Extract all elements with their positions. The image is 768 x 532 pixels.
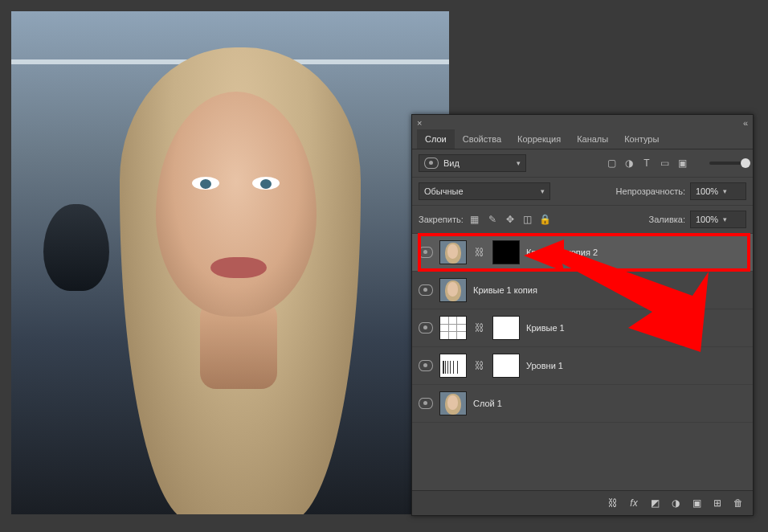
lock-all-icon[interactable]: 🔒 bbox=[539, 213, 552, 226]
opacity-input[interactable]: 100% ▾ bbox=[690, 182, 746, 200]
blend-opacity-row: Обычные ▾ Непрозрачность: 100% ▾ bbox=[412, 178, 753, 206]
layer-name-label[interactable]: Кривые 1 bbox=[526, 323, 565, 333]
delete-layer-icon[interactable]: 🗑 bbox=[732, 497, 745, 509]
opacity-label: Непрозрачность: bbox=[616, 186, 685, 196]
layer-row[interactable]: ⛓Кривые 1 копия 2 bbox=[412, 234, 753, 272]
filter-adjust-icon[interactable]: ◑ bbox=[623, 157, 635, 170]
layer-filter-row: Вид ▾ ▢ ◑ T ▭ ▣ bbox=[412, 149, 753, 178]
fx-icon[interactable]: fx bbox=[627, 497, 640, 509]
layer-row[interactable]: Кривые 1 копия bbox=[412, 272, 753, 309]
lock-fill-row: Закрепить: ▦ ✎ ✥ ◫ 🔒 Заливка: 100% ▾ bbox=[412, 206, 753, 234]
panel-menu-icon[interactable]: « bbox=[743, 118, 748, 128]
document-image bbox=[11, 11, 449, 514]
opacity-value: 100% bbox=[696, 186, 718, 196]
visibility-eye-icon[interactable] bbox=[419, 398, 433, 409]
chevron-down-icon: ▾ bbox=[541, 187, 545, 195]
fill-value: 100% bbox=[696, 215, 718, 224]
tab-paths[interactable]: Контуры bbox=[616, 129, 667, 149]
eye-icon bbox=[424, 158, 439, 169]
group-icon[interactable]: ▣ bbox=[690, 497, 703, 509]
panel-tabs: Слои Свойства Коррекция Каналы Контуры bbox=[412, 129, 753, 149]
crop-lock-icon[interactable]: ◫ bbox=[521, 213, 534, 226]
visibility-eye-icon[interactable] bbox=[419, 322, 433, 334]
layer-name-label[interactable]: Кривые 1 копия bbox=[473, 285, 537, 295]
layer-filter-dropdown[interactable]: Вид ▾ bbox=[419, 154, 526, 172]
tab-layers[interactable]: Слои bbox=[417, 129, 455, 149]
layer-row[interactable]: Слой 1 bbox=[412, 385, 753, 423]
new-layer-icon[interactable]: ⊞ bbox=[711, 497, 724, 509]
canvas-area[interactable] bbox=[11, 11, 449, 514]
blend-mode-value: Обычные bbox=[424, 186, 464, 196]
layer-name-label[interactable]: Слой 1 bbox=[473, 399, 502, 408]
visibility-eye-icon[interactable] bbox=[419, 360, 433, 371]
tab-properties[interactable]: Свойства bbox=[455, 129, 509, 149]
lock-pixels-icon[interactable]: ▦ bbox=[468, 213, 481, 226]
layer-mask-thumbnail[interactable] bbox=[492, 240, 520, 264]
visibility-eye-icon[interactable] bbox=[419, 284, 433, 296]
link-layers-icon[interactable]: ⛓ bbox=[607, 497, 619, 509]
fill-label: Заливка: bbox=[649, 215, 685, 224]
lock-label: Закрепить: bbox=[419, 215, 464, 224]
layer-row[interactable]: ⛓Уровни 1 bbox=[412, 347, 753, 385]
panel-footer: ⛓ fx ◩ ◑ ▣ ⊞ 🗑 bbox=[412, 490, 753, 515]
tab-label: Свойства bbox=[463, 134, 501, 144]
blend-mode-dropdown[interactable]: Обычные ▾ bbox=[419, 182, 550, 200]
layer-name-label[interactable]: Уровни 1 bbox=[526, 361, 563, 370]
tab-adjustments[interactable]: Коррекция bbox=[509, 129, 569, 149]
chevron-down-icon: ▾ bbox=[723, 215, 727, 223]
filter-toggle[interactable] bbox=[709, 162, 746, 165]
brush-lock-icon[interactable]: ✎ bbox=[486, 213, 499, 226]
fill-input[interactable]: 100% ▾ bbox=[690, 211, 746, 228]
chevron-down-icon: ▾ bbox=[517, 159, 521, 167]
mask-link-icon[interactable]: ⛓ bbox=[475, 247, 484, 258]
layer-thumbnail[interactable] bbox=[439, 354, 467, 378]
filter-type-icon[interactable]: T bbox=[640, 157, 653, 170]
tab-label: Слои bbox=[425, 134, 447, 144]
layer-mask-thumbnail[interactable] bbox=[492, 354, 520, 378]
visibility-eye-icon[interactable] bbox=[419, 247, 433, 258]
filter-image-icon[interactable]: ▢ bbox=[605, 157, 618, 170]
tab-label: Контуры bbox=[624, 134, 659, 144]
tab-channels[interactable]: Каналы bbox=[569, 129, 616, 149]
chevron-down-icon: ▾ bbox=[723, 187, 727, 195]
layers-list: ⛓Кривые 1 копия 2Кривые 1 копия⛓Кривые 1… bbox=[412, 234, 753, 423]
filter-smart-icon[interactable]: ▣ bbox=[676, 157, 688, 170]
add-mask-icon[interactable]: ◩ bbox=[648, 497, 661, 509]
tab-label: Коррекция bbox=[517, 134, 561, 144]
filter-shape-icon[interactable]: ▭ bbox=[658, 157, 671, 170]
layer-name-label[interactable]: Кривые 1 копия 2 bbox=[526, 248, 598, 257]
move-lock-icon[interactable]: ✥ bbox=[504, 213, 517, 226]
mask-link-icon[interactable]: ⛓ bbox=[475, 322, 484, 334]
new-adjustment-icon[interactable]: ◑ bbox=[669, 497, 682, 509]
panel-close-icon[interactable]: × bbox=[417, 118, 422, 128]
layer-thumbnail[interactable] bbox=[439, 240, 467, 264]
layer-thumbnail[interactable] bbox=[439, 278, 467, 302]
tab-label: Каналы bbox=[577, 134, 608, 144]
mask-link-icon[interactable]: ⛓ bbox=[475, 360, 484, 371]
layers-panel: × « Слои Свойства Коррекция Каналы Конту… bbox=[411, 114, 754, 516]
layer-row[interactable]: ⛓Кривые 1 bbox=[412, 309, 753, 347]
layer-filter-label: Вид bbox=[443, 158, 460, 168]
layer-mask-thumbnail[interactable] bbox=[492, 316, 520, 340]
layer-thumbnail[interactable] bbox=[439, 316, 467, 340]
layer-thumbnail[interactable] bbox=[439, 391, 467, 415]
